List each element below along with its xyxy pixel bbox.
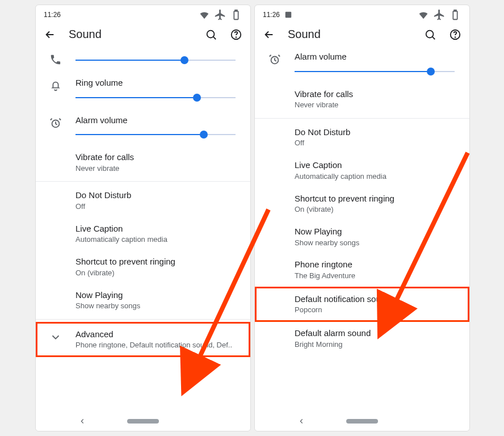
settings-list: Ring volume Alarm volume [36,45,250,357]
dnd-sub: Off [75,202,240,212]
advanced-title: Advanced [75,329,240,340]
search-icon[interactable] [424,28,436,41]
svg-rect-10 [454,10,456,11]
clock-text: 11:26 [44,11,61,19]
dnd-title: Do Not Disturb [295,127,459,138]
notifsound-title: Default notification sound [295,294,459,305]
nav-back-icon[interactable] [297,417,305,425]
caption-row[interactable]: Live Caption Automatically caption media [255,154,469,187]
section-divider [255,118,469,119]
page-title: Sound [288,28,411,41]
default-notification-sound-row[interactable]: Default notification sound Popcorn [255,287,469,322]
alarm-volume-row[interactable]: Alarm volume [255,45,469,83]
alarmsound-row[interactable]: Default alarm sound Bright Morning [255,322,469,355]
call-volume-slider[interactable] [75,54,236,66]
section-divider [36,181,250,182]
caption-row[interactable]: Live Caption Automatically caption media [36,217,250,250]
caption-title: Live Caption [75,223,240,234]
nav-home-pill[interactable] [127,419,159,424]
ringtone-sub: The Big Adventure [295,271,459,281]
nowplaying-title: Now Playing [295,226,459,237]
ring-volume-row[interactable]: Ring volume [36,72,250,109]
help-icon[interactable] [230,28,242,41]
svg-rect-1 [235,10,237,11]
alarm-volume-slider[interactable] [295,66,455,77]
battery-icon [449,9,461,21]
dnd-row[interactable]: Do Not Disturb Off [36,184,250,217]
phone-icon [49,53,62,66]
ring-volume-slider[interactable] [75,92,236,103]
help-icon[interactable] [449,28,461,41]
search-icon[interactable] [205,28,217,41]
svg-point-13 [455,37,456,37]
alarm-volume-label: Alarm volume [295,51,459,62]
call-volume-row[interactable] [36,45,250,72]
settings-list: Alarm volume Vibrate for calls Never vib… [255,45,469,355]
back-icon[interactable] [263,28,275,41]
vibrate-sub: Never vibrate [75,164,240,174]
vibrate-row[interactable]: Vibrate for calls Never vibrate [36,146,250,179]
svg-point-4 [236,37,237,37]
alarmsound-sub: Bright Morning [295,340,459,350]
nav-bar [255,412,469,431]
shortcut-row[interactable]: Shortcut to prevent ringing On (vibrate) [255,187,469,220]
alarmsound-title: Default alarm sound [295,328,459,339]
vibrate-row[interactable]: Vibrate for calls Never vibrate [255,83,469,116]
airplane-icon [214,9,226,21]
status-bar: 11:26 [36,5,250,22]
shortcut-title: Shortcut to prevent ringing [295,193,459,204]
caption-sub: Automatically caption media [75,235,240,245]
status-bar: 11:26 [255,5,469,22]
nav-back-icon[interactable] [78,417,86,425]
dnd-sub: Off [295,139,459,148]
app-bar: Sound [255,22,469,45]
ring-volume-label: Ring volume [75,77,240,89]
advanced-sub: Phone ringtone, Default notification sou… [75,341,240,350]
battery-icon [230,9,242,21]
back-icon[interactable] [44,28,56,41]
section-divider [36,319,250,320]
nowplaying-row[interactable]: Now Playing Show nearby songs [255,220,469,253]
alarm-icon [49,117,62,129]
vibrate-title: Vibrate for calls [75,152,240,163]
shortcut-row[interactable]: Shortcut to prevent ringing On (vibrate) [36,250,250,283]
app-bar: Sound [36,22,250,45]
alarm-icon [268,53,281,66]
alarm-volume-row[interactable]: Alarm volume [36,109,250,146]
advanced-row[interactable]: Advanced Phone ringtone, Default notific… [36,322,250,357]
caption-sub: Automatically caption media [295,172,459,182]
bell-icon [49,79,62,92]
vibrate-title: Vibrate for calls [295,89,459,100]
alarm-volume-slider[interactable] [75,129,236,140]
shortcut-sub: On (vibrate) [295,205,459,215]
notifsound-sub: Popcorn [295,305,459,315]
image-icon [284,11,292,19]
nowplaying-row[interactable]: Now Playing Show nearby songs [36,284,250,317]
svg-point-11 [426,30,434,37]
chevron-down-icon [49,331,62,343]
alarm-volume-label: Alarm volume [75,115,240,126]
nowplaying-title: Now Playing [75,290,240,301]
dnd-row[interactable]: Do Not Disturb Off [255,121,469,154]
nav-home-pill[interactable] [346,419,378,424]
svg-rect-8 [285,12,292,18]
phone-screenshot-right: 11:26 Sound Alarm volume [254,5,470,431]
ringtone-row[interactable]: Phone ringtone The Big Adventure [255,253,469,286]
wifi-icon [417,9,430,21]
phone-screenshot-left: 11:26 Sound Ring volume [35,5,251,431]
nowplaying-sub: Show nearby songs [75,301,240,311]
vibrate-sub: Never vibrate [295,100,459,110]
airplane-icon [433,9,446,21]
dnd-title: Do Not Disturb [75,190,240,201]
svg-rect-9 [453,11,457,20]
svg-rect-0 [234,11,238,20]
page-title: Sound [69,28,192,41]
clock-text: 11:26 [263,11,280,19]
wifi-icon [198,9,211,21]
ringtone-title: Phone ringtone [295,259,459,270]
nav-bar [36,412,250,431]
svg-point-2 [207,30,215,37]
shortcut-title: Shortcut to prevent ringing [75,256,240,267]
shortcut-sub: On (vibrate) [75,269,240,278]
nowplaying-sub: Show nearby songs [295,238,459,248]
